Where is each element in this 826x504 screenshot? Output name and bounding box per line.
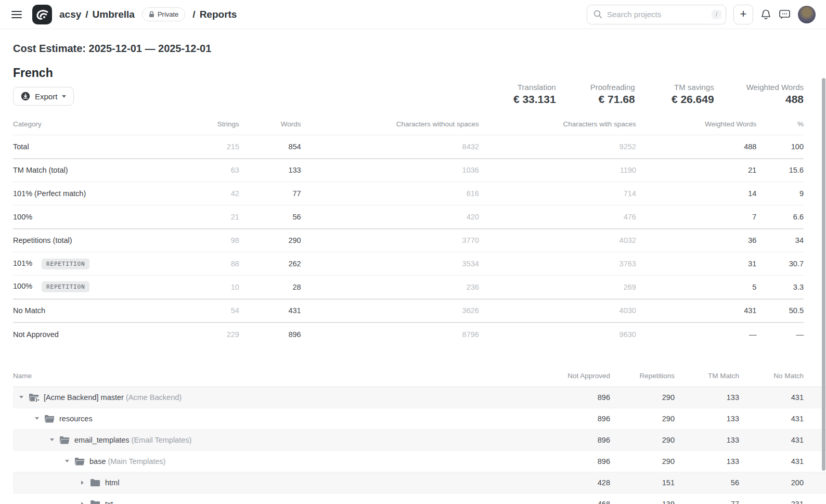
top-bar: acsy / Umbrella Private / Reports / + (0, 0, 826, 29)
cost-estimate-table: Category Strings Words Characters withou… (13, 115, 804, 346)
stat-translation: Translation€ 33.131 (509, 83, 556, 106)
tree-row-base[interactable]: base (Main Templates) 896 290 133 431 85… (13, 450, 826, 472)
col-strings: Strings (201, 115, 239, 135)
cost-row-100: 100% 21 56 420 476 7 6.6 (13, 205, 804, 229)
col-percent: % (756, 115, 804, 135)
col-name: Name (13, 367, 546, 387)
messages-button[interactable] (779, 9, 791, 20)
open-folder-icon (44, 415, 55, 423)
user-avatar[interactable] (798, 6, 816, 23)
menu-icon[interactable] (11, 11, 22, 18)
repetition-badge: REPETITION (42, 259, 89, 269)
tree-row-html[interactable]: html 428 151 56 200 407 (13, 472, 826, 493)
search-shortcut-key: / (712, 10, 721, 19)
create-project-button[interactable]: + (733, 5, 753, 24)
stat-tm-savings: TM savings€ 26.649 (667, 83, 714, 106)
stat-weighted-words: Weighted Words488 (746, 83, 804, 106)
search-icon (593, 10, 602, 19)
breadcrumb-org[interactable]: acsy (59, 9, 81, 20)
col-chars-without-spaces: Characters without spaces (301, 115, 479, 135)
col-not-approved: Not Approved (546, 367, 610, 387)
closed-folder-icon (90, 500, 100, 504)
tree-row-branch-master[interactable]: [Acme Backend] master (Acme Backend) 896… (13, 386, 826, 408)
tree-row-email-templates[interactable]: email_templates (Email Templates) 896 29… (13, 429, 826, 450)
col-no-match: No Match (739, 367, 804, 387)
breadcrumb-project[interactable]: Umbrella (93, 9, 135, 20)
cost-row-total: Total 215 854 8432 9252 488 100 (13, 135, 804, 159)
page-title: Cost Estimate: 2025-12-01 — 2025-12-01 (13, 43, 804, 55)
search-box[interactable]: / (587, 5, 726, 24)
tree-row-resources[interactable]: resources 896 290 133 431 854 (13, 408, 826, 429)
download-icon (21, 92, 30, 101)
search-input[interactable] (607, 10, 707, 19)
stat-proofreading: Proofreading€ 71.68 (588, 83, 635, 106)
summary-stats: Translation€ 33.131 Proofreading€ 71.68 … (509, 83, 804, 106)
language-title: French (13, 66, 74, 80)
col-chars-with-spaces: Characters with spaces (479, 115, 636, 135)
col-tm-match: TM Match (675, 367, 739, 387)
collapse-caret-icon[interactable] (64, 460, 70, 462)
tree-row-txt[interactable]: txt 468 139 77 231 447 (13, 493, 826, 504)
cost-row-101-perfect: 101% (Perfect match) 42 77 616 714 14 9 (13, 182, 804, 205)
cost-row-repetitions-total: Repetitions (total) 98 290 3770 4032 36 … (13, 229, 804, 252)
breadcrumb-page: Reports (200, 9, 237, 20)
app-logo-icon[interactable] (32, 5, 52, 24)
notifications-button[interactable] (760, 9, 771, 20)
closed-folder-icon (90, 479, 100, 487)
breadcrumb: acsy / Umbrella Private / Reports (59, 7, 237, 21)
chevron-down-icon (62, 95, 66, 98)
collapse-caret-icon[interactable] (34, 417, 40, 420)
cost-row-no-match: No Match 54 431 3626 4030 431 50.5 (13, 299, 804, 322)
col-repetitions: Repetitions (610, 367, 675, 387)
vertical-scrollbar[interactable] (822, 78, 825, 471)
collapse-caret-icon[interactable] (49, 438, 55, 441)
privacy-badge: Private (142, 7, 185, 21)
open-folder-icon (74, 457, 85, 466)
branch-folder-icon (29, 393, 39, 402)
cost-row-not-approved: Not Approved 229 896 8796 9630 — — (13, 322, 804, 346)
lock-icon (149, 11, 154, 18)
open-folder-icon (59, 436, 70, 444)
cost-table-header-row: Category Strings Words Characters withou… (13, 115, 804, 135)
cost-row-101-repetition: 101%REPETITION 88 262 3534 3763 31 30.7 (13, 252, 804, 276)
bell-icon (760, 9, 771, 20)
chat-icon (779, 9, 791, 20)
expand-caret-icon[interactable] (80, 502, 85, 504)
repetition-badge: REPETITION (42, 281, 89, 292)
expand-caret-icon[interactable] (80, 481, 85, 485)
col-words: Words (239, 115, 301, 135)
collapse-caret-icon[interactable] (18, 396, 24, 398)
export-button[interactable]: Export (13, 87, 74, 106)
cost-row-100-repetition: 100%REPETITION 10 28 236 269 5 3.3 (13, 276, 804, 299)
files-table-header-row: Name Not Approved Repetitions TM Match N… (13, 367, 826, 387)
cost-row-tm-match-total: TM Match (total) 63 133 1036 1190 21 15.… (13, 159, 804, 182)
col-weighted-words: Weighted Words (636, 115, 757, 135)
col-category: Category (13, 115, 201, 135)
files-breakdown-table: Name Not Approved Repetitions TM Match N… (13, 367, 826, 504)
